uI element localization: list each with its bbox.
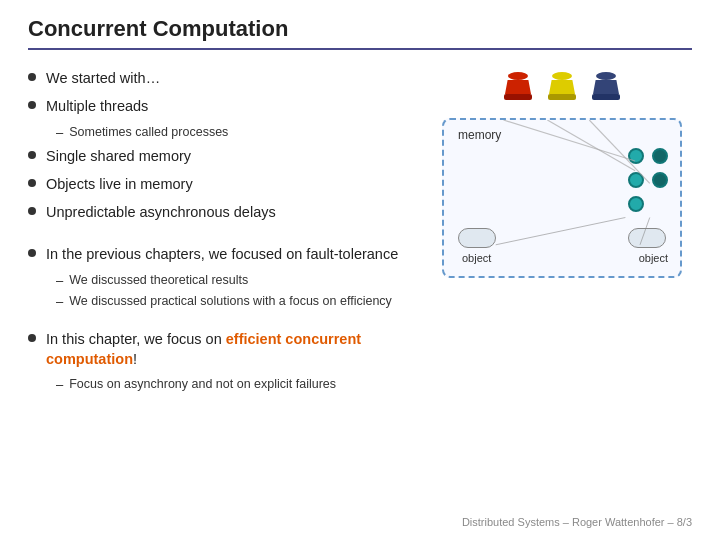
cone-blue-base xyxy=(592,94,620,100)
bullet-dot-1 xyxy=(28,73,36,81)
content-area: We started with… Multiple threads – Some… xyxy=(28,68,692,510)
sub-dash-s3-1: – xyxy=(56,377,63,392)
svg-line-1 xyxy=(547,120,635,171)
svg-line-3 xyxy=(496,218,626,245)
sub-text-1: Sometimes called processes xyxy=(69,125,228,139)
bullet-text-3: Single shared memory xyxy=(46,146,191,166)
bullet-dot-2 xyxy=(28,101,36,109)
bullet-dot-4 xyxy=(28,179,36,187)
left-column: We started with… Multiple threads – Some… xyxy=(28,68,432,510)
s3-text-after: ! xyxy=(133,351,137,367)
cone-yellow-base xyxy=(548,94,576,100)
cone-blue xyxy=(591,72,621,104)
sub-text-s2-1: We discussed theoretical results xyxy=(69,273,248,287)
bullet-1: We started with… xyxy=(28,68,432,88)
sub-dash-s2-2: – xyxy=(56,294,63,309)
cone-yellow-mid xyxy=(549,80,575,94)
cone-blue-top xyxy=(596,72,616,80)
s3-text-before: In this chapter, we focus on xyxy=(46,331,226,347)
cone-red-mid xyxy=(505,80,531,94)
bullet-text-5: Unpredictable asynchronous delays xyxy=(46,202,276,222)
diagram-svg xyxy=(444,120,680,276)
sub-s2-2: – We discussed practical solutions with … xyxy=(56,294,432,309)
svg-line-0 xyxy=(504,120,636,161)
bullet-text-s2: In the previous chapters, we focused on … xyxy=(46,244,398,264)
bullet-text-s3: In this chapter, we focus on efficient c… xyxy=(46,329,432,370)
sub-s2-1: – We discussed theoretical results xyxy=(56,273,432,288)
slide: Concurrent Computation We started with… … xyxy=(0,0,720,540)
sub-text-s3-1: Focus on asynchrony and not on explicit … xyxy=(69,377,336,391)
cone-blue-mid xyxy=(593,80,619,94)
cones-row xyxy=(442,72,682,104)
bullet-dot-3 xyxy=(28,151,36,159)
right-column: memory xyxy=(432,68,692,510)
bullet-4: Objects live in memory xyxy=(28,174,432,194)
cone-red-top xyxy=(508,72,528,80)
svg-line-4 xyxy=(640,218,650,245)
sub-dash-s2-1: – xyxy=(56,273,63,288)
diagram-wrapper: memory xyxy=(442,108,682,278)
bullet-3: Single shared memory xyxy=(28,146,432,166)
slide-title: Concurrent Computation xyxy=(28,16,692,50)
bullet-section2: In the previous chapters, we focused on … xyxy=(28,244,432,264)
cone-red xyxy=(503,72,533,104)
svg-line-2 xyxy=(589,120,649,183)
sub-s3-1: – Focus on asynchrony and not on explici… xyxy=(56,377,432,392)
bullet-text-1: We started with… xyxy=(46,68,160,88)
cone-yellow xyxy=(547,72,577,104)
sub-bullet-1: – Sometimes called processes xyxy=(56,125,432,140)
bullet-text-4: Objects live in memory xyxy=(46,174,193,194)
bullet-text-2: Multiple threads xyxy=(46,96,148,116)
sub-text-s2-2: We discussed practical solutions with a … xyxy=(69,294,392,308)
cone-yellow-top xyxy=(552,72,572,80)
bullet-5: Unpredictable asynchronous delays xyxy=(28,202,432,222)
bullet-dot-s2 xyxy=(28,249,36,257)
bullet-dot-5 xyxy=(28,207,36,215)
bullet-dot-s3 xyxy=(28,334,36,342)
footer: Distributed Systems – Roger Wattenhofer … xyxy=(28,510,692,528)
bullet-section3: In this chapter, we focus on efficient c… xyxy=(28,329,432,370)
memory-diagram: memory xyxy=(442,118,682,278)
sub-dash-1: – xyxy=(56,125,63,140)
bullet-2: Multiple threads xyxy=(28,96,432,116)
cone-red-base xyxy=(504,94,532,100)
